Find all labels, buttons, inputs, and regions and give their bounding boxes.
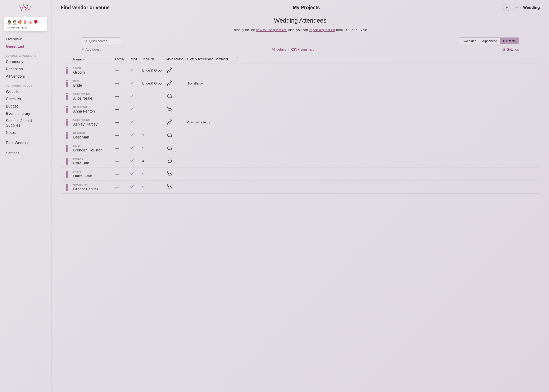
family-cell: — [115, 146, 130, 150]
how-to-use-link[interactable]: how to use guest list. [256, 28, 287, 32]
table-number-cell: 4 [142, 159, 166, 163]
table-row[interactable]: GroomGroom — Bride & Groom [61, 64, 540, 77]
nav-post-wedding[interactable]: Post-Wedding [6, 139, 45, 147]
guest-role: Friend [73, 170, 115, 173]
sort-arrow-icon: ▼ [83, 58, 85, 61]
nav-ceremony[interactable]: Ceremony [6, 58, 45, 65]
col-name[interactable]: Name▼ [73, 57, 115, 62]
meal-cell [166, 183, 187, 191]
name-cell: FriendDarrel Frye [73, 170, 115, 178]
nav-guest-list[interactable]: Guest List [6, 43, 45, 50]
seg-alphabetic[interactable]: Alphabetic [479, 38, 500, 44]
topbar: Find vendor or venue My Projects + WA We… [61, 4, 540, 11]
guest-table: Name▼ Family RSVP Table № Main course Di… [61, 55, 540, 194]
my-projects-link[interactable]: My Projects [293, 5, 320, 10]
add-guest-button[interactable]: + Add guest [82, 47, 101, 52]
detail-mode-links: All details · RSVP summary [272, 48, 314, 51]
table-row[interactable]: Close relativeAlice Neale — [61, 90, 540, 103]
rsvp-cell [130, 120, 142, 125]
project-avatar[interactable]: WA [513, 4, 521, 11]
gender-icon [61, 92, 73, 101]
find-vendor-link[interactable]: Find vendor or venue [61, 5, 110, 10]
col-dietary[interactable]: Dietary restrictions [187, 57, 214, 62]
project-name[interactable]: Wedding [523, 5, 540, 10]
meal-cell [166, 93, 187, 100]
table-number-cell: 5 [142, 185, 166, 189]
column-picker-button[interactable] [238, 57, 246, 62]
guest-name: Darrel Frye [73, 174, 115, 178]
meal-cell [166, 67, 187, 74]
guest-name: Cora Burt [73, 161, 115, 165]
nav-settings[interactable]: Settings [6, 150, 45, 157]
table-number-cell: Bride & Groom [142, 69, 166, 72]
nav-reception[interactable]: Reception [6, 65, 45, 73]
rsvp-cell [130, 68, 142, 73]
nav-website[interactable]: Website [6, 88, 45, 95]
table-row[interactable]: GroomsmenGregor Benitez — 5 [61, 181, 540, 194]
nav-overview[interactable]: Overview [6, 35, 45, 43]
rsvp-cell [130, 159, 142, 164]
nav-all-vendors[interactable]: All Vendors [6, 73, 45, 80]
logo[interactable] [0, 3, 51, 14]
check-icon [130, 159, 134, 163]
guest-name: Anna Fenton [73, 109, 115, 114]
col-main-course[interactable]: Main course [166, 57, 187, 62]
family-cell: — [115, 68, 130, 73]
rsvp-cell [130, 172, 142, 177]
nav-notes[interactable]: Notes [6, 129, 45, 136]
family-cell: — [115, 159, 130, 163]
guest-name: Best Man [73, 135, 115, 140]
meal-cell [166, 106, 187, 113]
table-row[interactable]: BridesmaidAnna Fenton — [61, 103, 540, 116]
table-row[interactable]: BrideBride — Bride & Groom Soy allergy [61, 77, 540, 90]
seg-full-table[interactable]: Full table [500, 38, 519, 44]
check-icon [130, 94, 134, 98]
check-icon [130, 172, 134, 176]
table-row[interactable]: FriendDarrel Frye — 5 [61, 168, 540, 181]
family-cell: — [115, 185, 130, 189]
view-segmented-control: Two sides Alphabetic Full table [459, 37, 519, 44]
check-icon [130, 107, 134, 111]
import-guest-list-link[interactable]: import a guest list [309, 28, 335, 32]
table-row[interactable]: Best manBest Man — 1 [61, 129, 540, 142]
guideline-text: Read guideline how to use guest list. Al… [61, 28, 540, 32]
guest-role: Groomsmen [73, 183, 115, 186]
check-icon [130, 184, 134, 189]
nav-checklist[interactable]: Checklist [6, 95, 45, 103]
col-rsvp[interactable]: RSVP [130, 57, 142, 62]
carrot-icon [166, 119, 173, 125]
search-input[interactable] [89, 39, 118, 43]
rsvp-cell [130, 81, 142, 86]
nav-itinerary[interactable]: Event Itinerary [6, 110, 45, 117]
name-cell: Close relativeAlice Neale [73, 92, 115, 101]
name-cell: Close relativeAshley Hartley [73, 118, 115, 126]
table-row[interactable]: Close relativeAshley Hartley — Cow milk … [61, 116, 540, 129]
col-table[interactable]: Table № [142, 57, 166, 62]
family-cell: — [115, 172, 130, 176]
project-card[interactable]: 👰🏽🤵🏻💐🌷🌸🌹⌄ 25 AUGUST 2024 [4, 17, 47, 31]
name-cell: RelativeCora Burt [73, 157, 115, 165]
gender-icon [61, 79, 73, 88]
rsvp-cell [130, 146, 142, 151]
nav-budget[interactable]: Budget [6, 103, 45, 110]
add-project-button[interactable]: + [503, 4, 511, 11]
all-details-link[interactable]: All details [272, 48, 286, 51]
table-number-cell: 5 [142, 147, 166, 150]
name-cell: ParentBrenden Houston [73, 144, 115, 153]
table-settings-button[interactable]: Settings [502, 48, 519, 51]
rsvp-summary-link[interactable]: RSVP summary [291, 48, 315, 51]
search-input-wrapper[interactable] [82, 37, 121, 44]
col-family[interactable]: Family [115, 57, 130, 62]
table-row[interactable]: RelativeCora Burt — 4 [61, 155, 540, 168]
seg-two-sides[interactable]: Two sides [459, 38, 479, 44]
chevron-down-icon[interactable]: ⌄ [41, 21, 44, 24]
nav-seating[interactable]: Seating Chart & Supplies [6, 117, 45, 129]
search-icon [84, 39, 87, 43]
carrot-icon [166, 67, 173, 73]
check-icon [130, 133, 134, 137]
col-comment[interactable]: Comment [214, 57, 238, 62]
gender-icon [61, 144, 73, 153]
table-row[interactable]: ParentBrenden Houston — 5 [61, 142, 540, 155]
family-cell: — [115, 107, 130, 112]
nav-list: Overview Guest List VENUES & VENDORS Cer… [0, 35, 51, 157]
